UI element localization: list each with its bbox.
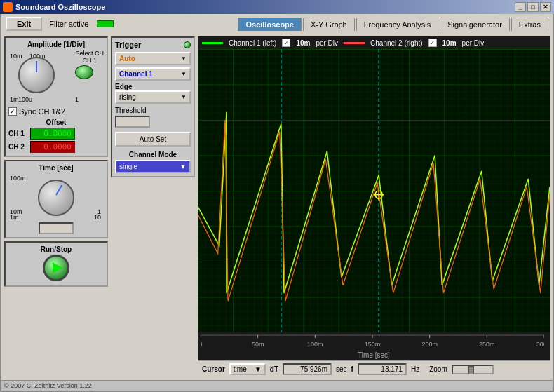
channel-mode-value: single bbox=[119, 163, 137, 170]
amplitude-knob[interactable] bbox=[18, 57, 55, 93]
trigger-channel-dropdown[interactable]: Channel 1 ▼ bbox=[115, 67, 191, 81]
ch2-offset-value[interactable]: 0.0000 bbox=[30, 141, 75, 153]
trigger-led bbox=[184, 41, 191, 48]
tab-frequency-analysis[interactable]: Frequency Analysis bbox=[356, 18, 438, 31]
tab-oscilloscope[interactable]: Oscilloscope bbox=[238, 18, 301, 31]
channel-mode-dropdown[interactable]: single ▼ bbox=[115, 160, 191, 173]
trigger-mode-dropdown[interactable]: Auto ▼ bbox=[115, 52, 191, 65]
select-ch-area: Select CH CH 1 bbox=[75, 50, 104, 79]
svg-text:50m: 50m bbox=[252, 341, 264, 348]
middle-panel: Trigger Auto ▼ Channel 1 ▼ Edge rising ▼ bbox=[111, 36, 195, 377]
amplitude-panel: Amplitude [1/Div] 10m 100m 1m 1 100u bbox=[4, 36, 108, 157]
tab-extras[interactable]: Extras bbox=[511, 18, 548, 31]
sync-row: ✓ Sync CH 1&2 bbox=[8, 107, 104, 116]
channel-mode-arrow: ▼ bbox=[180, 163, 187, 170]
cursor-mode-dropdown[interactable]: time ▼ bbox=[229, 363, 266, 375]
ch1-offset-value[interactable]: 0.0000 bbox=[30, 128, 75, 140]
minimize-button[interactable]: _ bbox=[515, 2, 526, 12]
maximize-button[interactable]: □ bbox=[527, 2, 539, 12]
copyright-bar: © 2007 C. Zeitnitz Version 1.22 bbox=[1, 380, 553, 391]
exit-button[interactable]: Exit bbox=[6, 17, 42, 31]
threshold-input[interactable]: 0.01 bbox=[115, 116, 150, 128]
trigger-header: Trigger bbox=[115, 41, 191, 49]
offset-title: Offset bbox=[8, 119, 104, 126]
cursor-bar: Cursor time ▼ dT 75.926m sec f 13.171 Hz… bbox=[198, 360, 550, 377]
ch1-per-div-unit: per Div bbox=[316, 39, 338, 47]
svg-text:250m: 250m bbox=[479, 341, 495, 348]
svg-text:300m: 300m bbox=[536, 341, 544, 348]
zoom-label: Zoom bbox=[429, 365, 447, 373]
time-label-br: 10 bbox=[94, 214, 101, 221]
x-axis-svg: 0 50m 100m 150m 200m 250m 300m bbox=[201, 334, 544, 349]
left-panel: Amplitude [1/Div] 10m 100m 1m 1 100u bbox=[4, 36, 108, 377]
cursor-mode-arrow: ▼ bbox=[255, 365, 262, 373]
ch2-per-div-unit: per Div bbox=[462, 39, 485, 47]
select-ch-label: Select CH bbox=[75, 50, 104, 57]
trigger-mode-arrow: ▼ bbox=[181, 55, 187, 62]
amp-label-br: 1 bbox=[75, 96, 79, 103]
edge-dropdown[interactable]: rising ▼ bbox=[115, 90, 191, 104]
zoom-slider[interactable] bbox=[452, 365, 494, 374]
trigger-title: Trigger bbox=[115, 41, 141, 49]
x-axis-label: Time [sec] bbox=[358, 351, 390, 359]
title-bar: Soundcard Oszilloscope _ □ ✕ bbox=[0, 0, 554, 14]
ch2-color-indicator bbox=[344, 42, 365, 44]
main-window: Exit Filter active Oscilloscope X-Y Grap… bbox=[0, 14, 554, 392]
dT-value: 75.926m bbox=[283, 363, 332, 375]
svg-rect-1 bbox=[198, 49, 550, 332]
time-panel: Time [sec] 100m 10m 1 10 1m 300m bbox=[4, 160, 108, 238]
waveform-svg bbox=[198, 49, 550, 332]
sync-label: Sync CH 1&2 bbox=[19, 107, 65, 116]
dT-unit: sec bbox=[336, 365, 347, 373]
sync-checkbox[interactable]: ✓ bbox=[8, 107, 17, 116]
ch1-per-div: 10m bbox=[296, 39, 310, 47]
svg-text:200m: 200m bbox=[421, 341, 438, 348]
amplitude-knob-area: 10m 100m 1m 1 100u Select CH CH 1 bbox=[8, 50, 104, 106]
edge-arrow: ▼ bbox=[181, 94, 187, 100]
svg-text:100m: 100m bbox=[307, 341, 323, 348]
content-area: Amplitude [1/Div] 10m 100m 1m 1 100u bbox=[1, 34, 553, 380]
threshold-label: Threshold bbox=[115, 107, 191, 114]
run-stop-button[interactable] bbox=[43, 255, 69, 281]
ch2-checkbox[interactable]: ✓ bbox=[428, 39, 437, 47]
oscilloscope-canvas bbox=[198, 49, 550, 332]
time-label-bl: 1m bbox=[10, 214, 19, 221]
filter-label: Filter active bbox=[49, 20, 88, 28]
auto-set-button[interactable]: Auto Set bbox=[115, 132, 191, 147]
copyright-text: © 2007 C. Zeitnitz Version 1.22 bbox=[4, 382, 92, 389]
ch-label: CH 1 bbox=[75, 57, 104, 64]
svg-text:150m: 150m bbox=[365, 341, 381, 348]
time-knob[interactable] bbox=[38, 180, 74, 216]
time-input[interactable]: 300m bbox=[39, 222, 74, 234]
tabs-row: Oscilloscope X-Y Graph Frequency Analysi… bbox=[238, 18, 548, 31]
cursor-mode-value: time bbox=[234, 365, 247, 373]
tab-signalgenerator[interactable]: Signalgenerator bbox=[440, 18, 510, 31]
channel-info-bar: Channel 1 (left) ✓ 10m per Div Channel 2… bbox=[198, 36, 550, 49]
trigger-channel-arrow: ▼ bbox=[181, 71, 187, 77]
offset-section: Offset CH 1 0.0000 CH 2 0.0000 bbox=[8, 119, 104, 153]
window-title: Soundcard Oszilloscope bbox=[15, 3, 105, 11]
time-label-tl: 100m bbox=[10, 175, 26, 182]
trigger-mode-label: Auto bbox=[119, 55, 135, 62]
edge-label: Edge bbox=[115, 83, 191, 90]
ch1-indicator[interactable] bbox=[75, 65, 93, 79]
x-axis-label-container: Time [sec] bbox=[198, 351, 550, 360]
ch1-color-indicator bbox=[202, 42, 223, 44]
dT-label: dT bbox=[270, 365, 278, 373]
channel-mode-label: Channel Mode bbox=[115, 151, 191, 158]
top-bar: Exit Filter active Oscilloscope X-Y Grap… bbox=[1, 14, 553, 34]
window-controls: _ □ ✕ bbox=[515, 2, 551, 12]
amp-label-bm: 100u bbox=[18, 96, 32, 103]
ch1-label: Channel 1 (left) bbox=[229, 39, 276, 47]
right-panel: Channel 1 (left) ✓ 10m per Div Channel 2… bbox=[198, 36, 550, 377]
ch2-offset-label: CH 2 bbox=[8, 143, 28, 151]
time-title: Time [sec] bbox=[8, 164, 104, 172]
close-button[interactable]: ✕ bbox=[540, 2, 551, 12]
run-stop-title: Run/Stop bbox=[8, 245, 104, 253]
ch2-per-div: 10m bbox=[442, 39, 457, 47]
f-label: f bbox=[351, 365, 353, 373]
tab-xy-graph[interactable]: X-Y Graph bbox=[303, 18, 355, 31]
svg-text:0: 0 bbox=[201, 341, 203, 348]
ch1-checkbox[interactable]: ✓ bbox=[282, 39, 290, 47]
ch1-offset-row: CH 1 0.0000 bbox=[8, 128, 104, 140]
